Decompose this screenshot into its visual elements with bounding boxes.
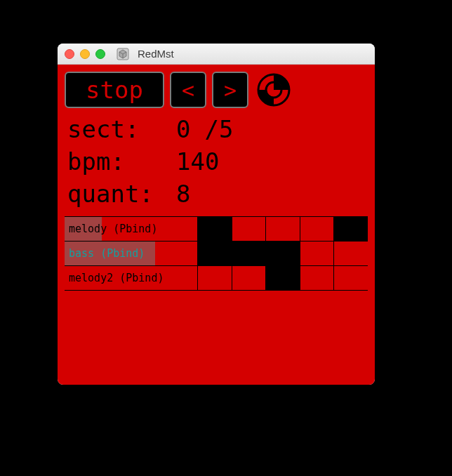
tracks-table: melody (Pbind)bass (Pbind)melody2 (Pbind… (65, 216, 368, 291)
pattern-cell[interactable] (266, 266, 300, 290)
pattern-cell[interactable] (300, 242, 335, 265)
track-label: bass (Pbind) (65, 247, 145, 260)
pattern-cell[interactable] (334, 266, 368, 290)
minimize-icon[interactable] (80, 49, 90, 59)
titlebar[interactable]: RedMst (58, 44, 375, 65)
pattern-cell[interactable] (266, 242, 300, 265)
track-label-cell[interactable]: bass (Pbind) (65, 242, 198, 265)
pattern-cell[interactable] (232, 242, 267, 265)
bpm-label: bpm: (67, 147, 176, 176)
pattern-cell[interactable] (198, 242, 232, 265)
track-label: melody (Pbind) (65, 223, 157, 235)
track-label: melody2 (Pbind) (65, 272, 164, 284)
track-row[interactable]: melody2 (Pbind) (65, 266, 368, 291)
sect-value: 0 /5 (176, 115, 368, 143)
sect-index: 0 (176, 115, 190, 143)
prev-button[interactable]: < (170, 72, 206, 108)
next-button[interactable]: > (212, 72, 248, 108)
window-title: RedMst (138, 48, 174, 60)
jog-dial-icon[interactable] (255, 72, 292, 108)
client-area: stop < > sect: 0 /5 (58, 65, 375, 385)
stop-button[interactable]: stop (65, 72, 164, 108)
pattern-cell[interactable] (266, 217, 300, 241)
pattern-cell[interactable] (300, 266, 335, 290)
app-window: RedMst stop < > sect: 0 /5 (58, 44, 375, 385)
app-icon (117, 48, 129, 60)
pattern-cell[interactable] (334, 217, 368, 241)
track-row[interactable]: bass (Pbind) (65, 242, 368, 266)
pattern-cell[interactable] (198, 266, 232, 290)
sect-label: sect: (67, 115, 176, 143)
quant-value: 8 (176, 180, 368, 208)
pattern-cell[interactable] (198, 217, 232, 241)
track-row[interactable]: melody (Pbind) (65, 217, 368, 242)
sect-total: /5 (204, 115, 233, 143)
pattern-cell[interactable] (232, 266, 267, 290)
pattern-cell[interactable] (334, 242, 368, 265)
quant-label: quant: (67, 180, 176, 208)
zoom-icon[interactable] (95, 49, 105, 59)
pattern-cell[interactable] (232, 217, 267, 241)
pattern-cell[interactable] (300, 217, 335, 241)
bpm-value: 140 (176, 147, 368, 176)
traffic-lights (65, 49, 105, 59)
toolbar: stop < > (65, 72, 368, 108)
track-label-cell[interactable]: melody2 (Pbind) (65, 266, 198, 290)
close-icon[interactable] (65, 49, 74, 59)
track-label-cell[interactable]: melody (Pbind) (65, 217, 198, 241)
info-grid: sect: 0 /5 bpm: 140 quant: 8 (65, 115, 368, 208)
